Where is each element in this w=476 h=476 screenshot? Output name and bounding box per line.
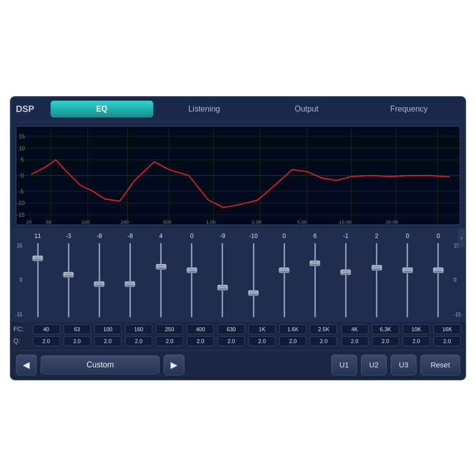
q-box-3[interactable]: 2.0 (125, 336, 152, 346)
fader-thumb-2[interactable] (94, 281, 105, 287)
fc-box-6[interactable]: 630 (218, 324, 245, 334)
q-box-0[interactable]: 2.0 (33, 336, 60, 346)
fc-box-12[interactable]: 10K (403, 324, 430, 334)
fader-thumb-5[interactable] (186, 267, 197, 273)
fc-box-8[interactable]: 1.6K (279, 324, 306, 334)
tab-frequency[interactable]: Frequency (358, 101, 461, 118)
q-box-5[interactable]: 2.0 (187, 336, 214, 346)
fader-col-1[interactable] (54, 243, 83, 317)
fc-box-0[interactable]: 40 (33, 324, 60, 334)
fader-track-9 (314, 243, 316, 317)
preset-name[interactable]: Custom (41, 356, 160, 374)
fader-thumb-9[interactable] (309, 260, 320, 266)
fader-track-6 (222, 243, 223, 317)
fader-col-11[interactable] (362, 243, 391, 317)
eq-graph[interactable]: 15 10 5 0 -5 -10 -15 20 50 100 200 500 1… (16, 126, 460, 225)
fader-thumb-0[interactable] (32, 255, 43, 261)
prev-button[interactable]: ◀ (16, 355, 37, 375)
fader-col-8[interactable] (270, 243, 298, 317)
fader-thumb-8[interactable] (279, 267, 290, 273)
app-container: DSP EQ Listening Output Frequency (10, 96, 466, 380)
u1-button[interactable]: U1 (331, 355, 357, 375)
fc-box-10[interactable]: 4K (341, 324, 368, 334)
fader-track-13 (437, 243, 439, 317)
fc-box-9[interactable]: 2.5K (310, 324, 337, 334)
tab-eq[interactable]: EQ (51, 101, 153, 118)
bottom-controls: ◀ Custom ▶ U1 U2 U3 Reset (11, 350, 465, 379)
q-box-11[interactable]: 2.0 (372, 336, 399, 346)
fc-box-2[interactable]: 100 (94, 324, 121, 334)
fader-value-6: -9 (208, 233, 237, 239)
q-box-8[interactable]: 2.0 (279, 336, 306, 346)
svg-text:0: 0 (21, 172, 24, 178)
svg-text:-5: -5 (19, 188, 24, 194)
fader-thumb-6[interactable] (217, 285, 228, 291)
fader-thumb-1[interactable] (63, 272, 74, 278)
fader-track-7 (253, 243, 254, 317)
fc-box-7[interactable]: 1K (248, 324, 276, 334)
q-values: 2.02.02.02.02.02.02.02.02.02.02.02.02.02… (31, 336, 463, 346)
faders-inner (22, 240, 454, 320)
fader-col-13[interactable] (424, 243, 453, 317)
fader-track-0 (37, 243, 39, 317)
fc-row: FC: 40631001602504006301K1.6K2.5K4K6.3K1… (13, 324, 463, 334)
svg-text:10.0K: 10.0K (339, 219, 352, 225)
reset-button[interactable]: Reset (420, 355, 460, 375)
fader-track-3 (129, 243, 131, 317)
fc-box-11[interactable]: 6.3K (372, 324, 399, 334)
fader-thumb-13[interactable] (433, 267, 444, 273)
fader-col-6[interactable] (208, 243, 237, 317)
q-box-4[interactable]: 2.0 (156, 336, 183, 346)
svg-text:-15: -15 (17, 212, 25, 218)
q-box-2[interactable]: 2.0 (94, 336, 121, 346)
q-box-9[interactable]: 2.0 (310, 336, 337, 346)
fc-box-1[interactable]: 63 (63, 324, 91, 334)
dsp-label: DSP (16, 104, 43, 115)
q-box-10[interactable]: 2.0 (341, 336, 368, 346)
fader-col-3[interactable] (116, 243, 144, 317)
q-box-13[interactable]: 2.0 (433, 336, 461, 346)
fader-thumb-4[interactable] (156, 264, 167, 270)
q-box-12[interactable]: 2.0 (403, 336, 430, 346)
fader-thumb-10[interactable] (340, 269, 351, 275)
eq-curve (31, 160, 450, 207)
fader-col-7[interactable] (239, 243, 268, 317)
u2-button[interactable]: U2 (361, 355, 387, 375)
fader-thumb-3[interactable] (124, 281, 135, 287)
fader-col-10[interactable] (331, 243, 360, 317)
fader-col-0[interactable] (23, 243, 52, 317)
side-handle[interactable]: › (458, 228, 465, 248)
fader-thumb-12[interactable] (402, 267, 413, 273)
svg-text:5.0K: 5.0K (297, 219, 307, 225)
fader-col-5[interactable] (178, 243, 206, 317)
q-box-1[interactable]: 2.0 (63, 336, 91, 346)
fader-thumb-7[interactable] (248, 290, 259, 296)
next-button[interactable]: ▶ (164, 355, 184, 375)
u3-button[interactable]: U3 (391, 355, 416, 375)
fc-label: FC: (13, 325, 31, 333)
svg-text:-10: -10 (17, 200, 25, 206)
fc-box-3[interactable]: 160 (125, 324, 152, 334)
tab-listening[interactable]: Listening (153, 101, 256, 118)
fader-values-row: 11-3-8-840-9-1006-1200 (22, 232, 454, 240)
fader-col-2[interactable] (85, 243, 114, 317)
fc-box-13[interactable]: 16K (433, 324, 461, 334)
fader-col-4[interactable] (147, 243, 176, 317)
q-row: Q: 2.02.02.02.02.02.02.02.02.02.02.02.02… (13, 336, 463, 346)
fader-col-9[interactable] (300, 243, 329, 317)
fader-value-8: 0 (270, 233, 298, 239)
svg-text:50: 50 (46, 219, 52, 225)
fader-value-7: -10 (239, 233, 268, 239)
q-box-6[interactable]: 2.0 (218, 336, 245, 346)
fader-thumb-11[interactable] (371, 265, 382, 271)
tab-output[interactable]: Output (255, 101, 358, 118)
fc-box-4[interactable]: 250 (156, 324, 183, 334)
svg-text:20.0K: 20.0K (386, 219, 399, 225)
fader-col-12[interactable] (393, 243, 422, 317)
fc-box-5[interactable]: 400 (187, 324, 214, 334)
faders-area: 15 0 -15 15 0 -15 (13, 240, 463, 320)
fader-value-4: 4 (147, 233, 176, 239)
fader-value-3: -8 (116, 233, 144, 239)
q-label: Q: (13, 337, 31, 345)
q-box-7[interactable]: 2.0 (248, 336, 276, 346)
